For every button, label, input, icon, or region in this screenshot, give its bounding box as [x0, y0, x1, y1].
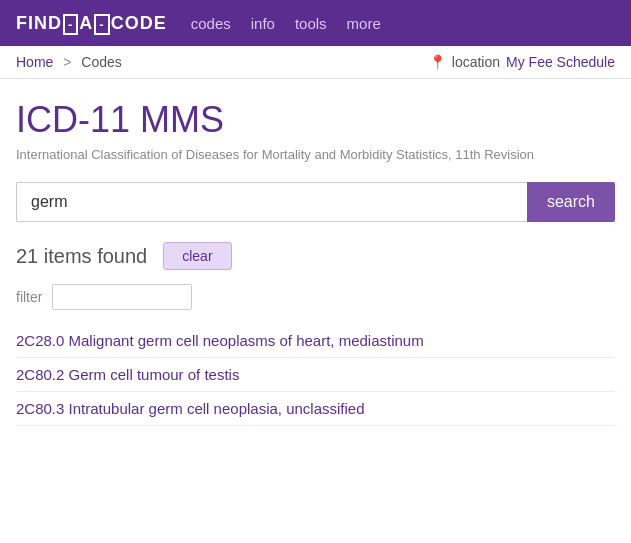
location-icon: 📍	[429, 54, 446, 70]
result-item[interactable]: 2C80.3 Intratubular germ cell neoplasia,…	[16, 392, 615, 426]
nav-info[interactable]: info	[251, 15, 275, 32]
results-row: 21 items found clear	[16, 242, 615, 270]
filter-row: filter	[16, 284, 615, 310]
my-fee-schedule-link[interactable]: My Fee Schedule	[506, 54, 615, 70]
filter-label: filter	[16, 289, 42, 305]
filter-input[interactable]	[52, 284, 192, 310]
breadcrumb: Home > Codes	[16, 54, 122, 70]
breadcrumb-separator: >	[63, 54, 71, 70]
page-title: ICD-11 MMS	[16, 99, 615, 141]
search-input[interactable]	[16, 182, 527, 222]
breadcrumb-home[interactable]: Home	[16, 54, 53, 70]
breadcrumb-bar: Home > Codes 📍 location My Fee Schedule	[0, 46, 631, 79]
site-header: FIND-A-CODE codes info tools more	[0, 0, 631, 46]
nav-tools[interactable]: tools	[295, 15, 327, 32]
location-label: location	[452, 54, 500, 70]
result-item[interactable]: 2C28.0 Malignant germ cell neoplasms of …	[16, 324, 615, 358]
breadcrumb-current: Codes	[81, 54, 121, 70]
results-list: 2C28.0 Malignant germ cell neoplasms of …	[16, 324, 615, 426]
result-item[interactable]: 2C80.2 Germ cell tumour of testis	[16, 358, 615, 392]
search-button[interactable]: search	[527, 182, 615, 222]
nav-codes[interactable]: codes	[191, 15, 231, 32]
results-count: 21 items found	[16, 245, 147, 268]
location-area: 📍 location My Fee Schedule	[429, 54, 615, 70]
page-subtitle: International Classification of Diseases…	[16, 147, 615, 162]
main-nav: codes info tools more	[191, 15, 381, 32]
main-content: ICD-11 MMS International Classification …	[0, 79, 631, 442]
clear-button[interactable]: clear	[163, 242, 231, 270]
nav-more[interactable]: more	[347, 15, 381, 32]
search-bar: search	[16, 182, 615, 222]
site-logo: FIND-A-CODE	[16, 13, 167, 34]
